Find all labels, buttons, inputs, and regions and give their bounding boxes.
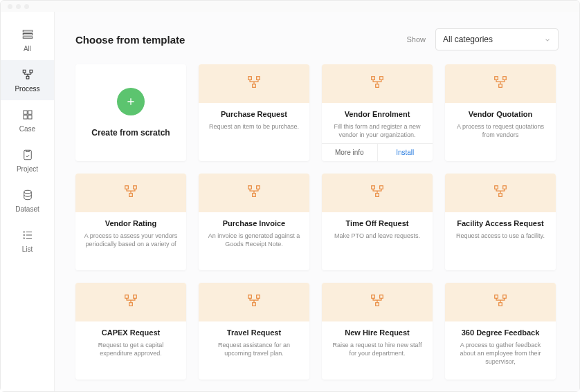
svg-rect-7 [28, 111, 31, 114]
svg-rect-36 [125, 295, 129, 299]
card-desc: Make PTO and leave requests. [330, 232, 424, 240]
card-title: Purchase Invoice [207, 219, 301, 227]
svg-rect-29 [253, 194, 256, 197]
svg-rect-22 [503, 77, 507, 80]
install-button[interactable]: Install [378, 144, 433, 161]
template-card[interactable]: Purchase Invoice An invoice is generated… [199, 174, 309, 270]
window-dot [8, 4, 12, 9]
svg-rect-1 [23, 34, 33, 35]
process-icon [370, 75, 385, 93]
chevron-down-icon [544, 36, 551, 43]
card-title: Time Off Request [330, 219, 424, 227]
category-select[interactable]: All categories [435, 28, 559, 50]
card-body: Vendor Quotation A process to request qu… [445, 103, 556, 161]
more-info-button[interactable]: More info [322, 144, 378, 161]
svg-rect-37 [134, 295, 137, 299]
svg-rect-9 [28, 115, 31, 119]
card-image [199, 64, 309, 103]
sidebar-item-project[interactable]: Project [1, 140, 54, 180]
sidebar-item-all[interactable]: All [1, 20, 54, 60]
card-desc: Request an item to be purchase. [207, 122, 301, 131]
card-image [75, 174, 186, 212]
template-card[interactable]: New Hire Request Raise a request to hire… [322, 283, 433, 380]
create-from-scratch-card[interactable]: Create from scratch [75, 64, 186, 161]
svg-rect-30 [372, 186, 375, 189]
svg-rect-33 [495, 186, 498, 189]
process-icon [493, 293, 508, 311]
project-icon [21, 148, 35, 162]
sidebar-item-list[interactable]: List [1, 221, 54, 261]
svg-rect-45 [495, 295, 498, 299]
card-title: Vendor Quotation [453, 110, 547, 118]
card-desc: A process to assess your vendors periodi… [84, 232, 178, 248]
card-title: Vendor Enrolment [330, 110, 424, 118]
card-actions: More info Install [322, 143, 433, 161]
card-body: CAPEX Request Request to get a capital e… [75, 321, 186, 380]
app-body: All Process Case Project [1, 12, 579, 391]
svg-rect-46 [503, 295, 507, 299]
card-image [445, 64, 556, 103]
card-desc: Request access to use a facility. [453, 232, 547, 240]
card-desc: Request to get a capital expenditure app… [84, 341, 178, 357]
template-card[interactable]: Vendor Enrolment Fill this form and regi… [322, 64, 433, 161]
svg-rect-24 [125, 186, 129, 189]
sidebar-item-case[interactable]: Case [1, 100, 54, 140]
card-title: Facility Access Request [453, 219, 547, 227]
sidebar-item-label: Project [17, 165, 38, 173]
process-icon [246, 184, 262, 202]
card-body: Purchase Invoice An invoice is generated… [199, 212, 309, 270]
main-panel: Choose from template Show All categories [55, 12, 579, 391]
sidebar-item-dataset[interactable]: Dataset [1, 180, 54, 221]
svg-rect-5 [26, 76, 29, 79]
svg-rect-27 [248, 186, 252, 189]
card-body: Time Off Request Make PTO and leave requ… [322, 212, 433, 270]
svg-rect-28 [257, 186, 260, 189]
card-image [322, 174, 433, 212]
svg-rect-23 [499, 84, 502, 88]
svg-rect-17 [253, 84, 256, 88]
svg-rect-19 [380, 77, 383, 80]
process-icon [123, 293, 138, 311]
template-card[interactable]: Travel Request Request assistance for an… [199, 283, 309, 380]
template-card[interactable]: Vendor Quotation A process to request qu… [445, 64, 556, 161]
create-label: Create from scratch [91, 128, 170, 138]
sidebar-item-process[interactable]: Process [1, 60, 54, 100]
card-body: Travel Request Request assistance for an… [199, 321, 309, 380]
card-desc: A process to gather feedback about an em… [453, 341, 547, 366]
svg-rect-35 [499, 194, 502, 197]
template-grid: Create from scratch Purchase Request Req… [75, 64, 559, 380]
template-card[interactable]: 360 Degree Feedback A process to gather … [445, 283, 556, 380]
svg-rect-15 [248, 77, 252, 80]
template-card[interactable]: Facility Access Request Request access t… [445, 174, 556, 270]
sidebar-item-label: List [22, 245, 33, 253]
sidebar-item-label: All [24, 45, 31, 53]
svg-rect-41 [253, 303, 256, 306]
svg-rect-18 [372, 77, 375, 80]
card-image [322, 283, 433, 321]
process-icon [246, 293, 262, 311]
svg-rect-43 [380, 295, 383, 299]
card-title: 360 Degree Feedback [453, 328, 547, 337]
svg-rect-40 [257, 295, 260, 299]
card-image [199, 174, 309, 212]
titlebar [1, 1, 579, 12]
card-body: Vendor Rating A process to assess your v… [75, 212, 186, 270]
svg-rect-32 [376, 194, 379, 197]
page-title: Choose from template [75, 34, 185, 46]
list-icon [21, 228, 35, 242]
template-card[interactable]: Vendor Rating A process to assess your v… [75, 174, 186, 270]
process-icon [21, 68, 35, 82]
dataset-icon [21, 188, 35, 202]
svg-rect-16 [257, 77, 260, 80]
process-icon [493, 184, 508, 202]
template-card[interactable]: Time Off Request Make PTO and leave requ… [322, 174, 433, 270]
card-desc: Raise a request to hire new staff for yo… [330, 341, 424, 357]
template-card[interactable]: Purchase Request Request an item to be p… [199, 64, 309, 161]
svg-rect-47 [499, 303, 502, 306]
svg-point-13 [24, 234, 25, 236]
svg-rect-31 [380, 186, 383, 189]
card-title: Vendor Rating [84, 219, 178, 227]
template-card[interactable]: CAPEX Request Request to get a capital e… [75, 283, 186, 380]
plus-icon [117, 88, 145, 115]
svg-rect-21 [495, 77, 498, 80]
